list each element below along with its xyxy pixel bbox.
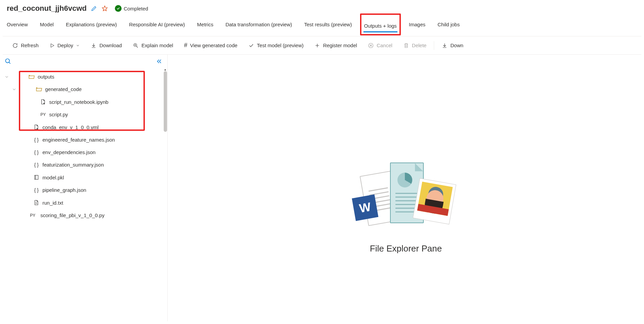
tab-metrics[interactable]: Metrics (196, 17, 214, 34)
status-text: Completed (124, 6, 148, 11)
svg-rect-5 (35, 175, 38, 179)
cancel-button: Cancel (363, 40, 397, 51)
tab-child-jobs[interactable]: Child jobs (437, 17, 460, 34)
explain-model-button[interactable]: Explain model (128, 40, 178, 51)
register-model-button[interactable]: Register model (310, 40, 362, 51)
tree-file-conda[interactable]: conda_env_v_1_0_0.yml (1, 121, 167, 134)
test-model-button[interactable]: Test model (preview) (244, 40, 308, 51)
deploy-label: Deploy (58, 42, 73, 48)
search-icon[interactable] (5, 58, 11, 66)
hash-icon: # (184, 42, 187, 49)
sidebar-top-bar (0, 55, 167, 69)
collapse-panel-icon[interactable] (156, 58, 163, 66)
file-icon (33, 124, 40, 130)
notebook-file-icon (40, 99, 46, 105)
separator (434, 41, 434, 50)
file-label: scoring_file_pbi_v_1_0_0.py (40, 212, 104, 218)
tab-explanations[interactable]: Explanations (preview) (65, 17, 118, 34)
file-label: featurization_summary.json (42, 162, 104, 168)
folder-label: outputs (38, 74, 54, 80)
file-label: conda_env_v_1_0_0.yml (42, 124, 99, 130)
refresh-button[interactable]: Refresh (7, 40, 43, 51)
svg-point-2 (6, 59, 10, 63)
folder-label: generated_code (45, 86, 82, 92)
download2-label: Down (450, 42, 463, 48)
explain-label: Explain model (141, 42, 173, 48)
file-label: script_run_notebook.ipynb (49, 99, 108, 105)
pkl-file-icon (33, 174, 40, 180)
json-file-icon: { } (33, 187, 40, 193)
refresh-label: Refresh (21, 42, 39, 48)
tree-file-featurization[interactable]: { } featurization_summary.json (1, 158, 167, 171)
highlight-box-tab: Outputs + logs (360, 13, 401, 35)
tree-folder-outputs[interactable]: outputs (1, 70, 167, 83)
file-label: pipeline_graph.json (42, 187, 86, 193)
tab-test-results[interactable]: Test results (preview) (303, 17, 353, 34)
cancel-label: Cancel (377, 42, 392, 48)
empty-state-illustration: W (354, 163, 458, 233)
check-circle-icon (115, 5, 122, 12)
tree-file-scoring[interactable]: PY scoring_file_pbi_v_1_0_0.py (1, 209, 167, 222)
main-pane: W File Explorer Pane (168, 55, 644, 321)
tab-overview[interactable]: Overview (6, 17, 29, 34)
tab-images[interactable]: Images (408, 17, 426, 34)
tabs-nav: Overview Model Explanations (preview) Re… (0, 17, 644, 34)
json-file-icon: { } (33, 162, 40, 168)
python-file-icon: PY (28, 213, 38, 218)
file-tree-sidebar: outputs generated_code script_run_notebo… (0, 55, 168, 321)
file-tree: outputs generated_code script_run_notebo… (0, 69, 167, 321)
delete-label: Delete (412, 42, 426, 48)
status-badge: Completed (115, 5, 148, 12)
tab-data-transformation[interactable]: Data transformation (preview) (225, 17, 293, 34)
tree-folder-generated-code[interactable]: generated_code (1, 83, 167, 95)
header: red_coconut_jjh6vcwd Completed (0, 0, 644, 17)
tree-file-run-id[interactable]: run_id.txt (1, 196, 167, 209)
file-label: run_id.txt (42, 200, 63, 206)
tree-file-env-deps[interactable]: { } env_dependencies.json (1, 146, 167, 158)
tree-file-script-py[interactable]: PY script.py (1, 108, 167, 121)
register-label: Register model (323, 42, 357, 48)
pane-title: File Explorer Pane (370, 243, 442, 254)
tab-model[interactable]: Model (39, 17, 55, 34)
scrollbar-thumb[interactable] (164, 71, 167, 132)
toolbar: Refresh Deploy Download Explain model # … (3, 36, 641, 55)
tab-responsible-ai[interactable]: Responsible AI (preview) (128, 17, 186, 34)
file-label: script.py (49, 112, 68, 117)
scrollbar[interactable]: ▲ (163, 69, 167, 321)
download-label: Download (99, 42, 122, 48)
file-label: model.pkl (42, 175, 64, 180)
txt-file-icon (33, 200, 40, 206)
python-file-icon: PY (40, 112, 46, 117)
chevron-down-icon (76, 43, 80, 48)
view-code-label: View generated code (190, 42, 237, 48)
chevron-down-icon (4, 75, 9, 79)
download-button-2[interactable]: Down (437, 40, 468, 51)
json-file-icon: { } (33, 137, 40, 143)
tree-file-notebook[interactable]: script_run_notebook.ipynb (1, 95, 167, 108)
file-label: engineered_feature_names.json (42, 137, 115, 143)
deploy-button[interactable]: Deploy (45, 40, 85, 50)
delete-button: Delete (398, 40, 431, 51)
json-file-icon: { } (33, 150, 40, 155)
job-title: red_coconut_jjh6vcwd (7, 4, 87, 13)
test-model-label: Test model (preview) (257, 42, 303, 48)
folder-open-icon (28, 74, 35, 80)
file-label: env_dependencies.json (42, 149, 96, 155)
favorite-star-icon[interactable] (101, 5, 108, 12)
svg-point-3 (43, 103, 44, 104)
tree-file-pipeline-graph[interactable]: { } pipeline_graph.json (1, 184, 167, 196)
chevron-down-icon (11, 87, 17, 92)
edit-icon[interactable] (91, 5, 97, 12)
tree-file-engineered[interactable]: { } engineered_feature_names.json (1, 134, 167, 146)
view-generated-code-button[interactable]: # View generated code (179, 40, 242, 51)
download-button[interactable]: Download (86, 40, 127, 51)
svg-point-4 (37, 128, 38, 129)
tree-file-model-pkl[interactable]: model.pkl (1, 171, 167, 184)
folder-open-icon (36, 87, 42, 92)
content-area: outputs generated_code script_run_notebo… (0, 55, 644, 321)
tab-outputs-logs[interactable]: Outputs + logs (363, 18, 397, 33)
